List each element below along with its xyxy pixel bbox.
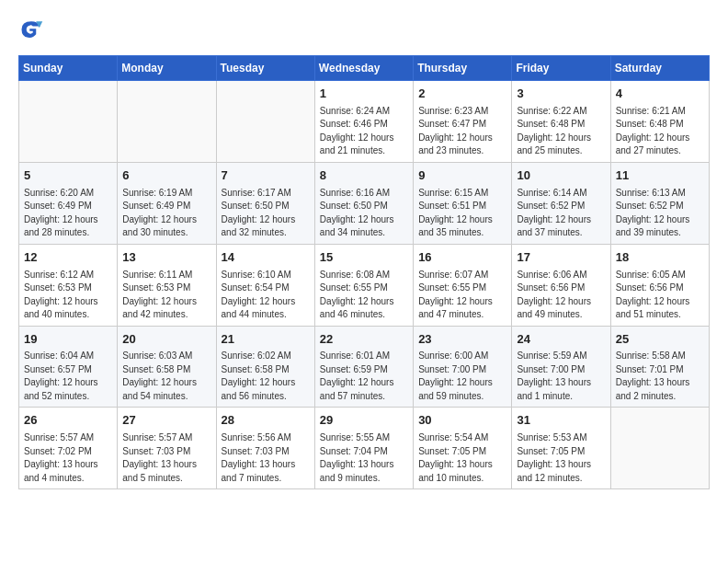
day-number: 10 <box>517 167 605 185</box>
weekday-header-thursday: Thursday <box>414 56 512 81</box>
calendar-cell: 19Sunrise: 6:04 AM Sunset: 6:57 PM Dayli… <box>19 326 118 408</box>
calendar-cell: 13Sunrise: 6:11 AM Sunset: 6:53 PM Dayli… <box>118 244 216 326</box>
calendar-week-1: 5Sunrise: 6:20 AM Sunset: 6:49 PM Daylig… <box>19 162 710 244</box>
day-number: 6 <box>122 167 210 185</box>
calendar-cell: 9Sunrise: 6:15 AM Sunset: 6:51 PM Daylig… <box>414 162 512 244</box>
day-number: 7 <box>222 167 310 185</box>
day-info: Sunrise: 6:12 AM Sunset: 6:53 PM Dayligh… <box>24 269 112 322</box>
calendar-cell <box>216 81 314 163</box>
calendar-cell: 8Sunrise: 6:16 AM Sunset: 6:50 PM Daylig… <box>314 162 413 244</box>
calendar-cell: 5Sunrise: 6:20 AM Sunset: 6:49 PM Daylig… <box>19 162 118 244</box>
day-number: 26 <box>24 412 112 430</box>
calendar-cell: 21Sunrise: 6:02 AM Sunset: 6:58 PM Dayli… <box>216 326 314 408</box>
calendar-week-4: 26Sunrise: 5:57 AM Sunset: 7:02 PM Dayli… <box>19 408 710 489</box>
calendar-week-0: 1Sunrise: 6:24 AM Sunset: 6:46 PM Daylig… <box>19 81 710 163</box>
logo <box>18 17 48 42</box>
calendar-cell: 17Sunrise: 6:06 AM Sunset: 6:56 PM Dayli… <box>512 244 610 326</box>
day-info: Sunrise: 5:55 AM Sunset: 7:04 PM Dayligh… <box>320 431 408 485</box>
day-info: Sunrise: 6:01 AM Sunset: 6:59 PM Dayligh… <box>320 350 408 403</box>
day-number: 8 <box>320 167 408 185</box>
day-number: 29 <box>320 412 408 430</box>
day-number: 28 <box>222 412 310 430</box>
day-info: Sunrise: 5:57 AM Sunset: 7:03 PM Dayligh… <box>122 431 210 485</box>
weekday-header-tuesday: Tuesday <box>216 56 314 81</box>
day-number: 19 <box>24 331 112 349</box>
calendar-cell: 26Sunrise: 5:57 AM Sunset: 7:02 PM Dayli… <box>19 408 118 489</box>
weekday-header-sunday: Sunday <box>19 56 118 81</box>
calendar-cell: 7Sunrise: 6:17 AM Sunset: 6:50 PM Daylig… <box>216 162 314 244</box>
day-number: 2 <box>418 86 506 103</box>
day-number: 12 <box>24 249 112 267</box>
day-number: 18 <box>616 249 704 267</box>
day-info: Sunrise: 6:08 AM Sunset: 6:55 PM Dayligh… <box>320 269 408 322</box>
day-number: 16 <box>418 249 506 267</box>
day-number: 23 <box>418 331 506 349</box>
day-info: Sunrise: 6:05 AM Sunset: 6:56 PM Dayligh… <box>616 269 704 322</box>
day-info: Sunrise: 6:07 AM Sunset: 6:55 PM Dayligh… <box>418 269 506 322</box>
day-number: 11 <box>616 167 704 185</box>
day-number: 15 <box>320 249 408 267</box>
calendar-week-3: 19Sunrise: 6:04 AM Sunset: 6:57 PM Dayli… <box>19 326 710 408</box>
day-info: Sunrise: 5:56 AM Sunset: 7:03 PM Dayligh… <box>222 431 310 485</box>
day-info: Sunrise: 6:10 AM Sunset: 6:54 PM Dayligh… <box>222 269 310 322</box>
calendar-cell: 6Sunrise: 6:19 AM Sunset: 6:49 PM Daylig… <box>118 162 216 244</box>
logo-icon <box>18 17 44 42</box>
day-number: 13 <box>122 249 210 267</box>
day-number: 1 <box>320 86 408 103</box>
weekday-header-monday: Monday <box>118 56 216 81</box>
day-info: Sunrise: 6:21 AM Sunset: 6:48 PM Dayligh… <box>616 105 704 158</box>
calendar-body: 1Sunrise: 6:24 AM Sunset: 6:46 PM Daylig… <box>19 81 710 489</box>
weekday-header-friday: Friday <box>512 56 610 81</box>
day-number: 22 <box>320 331 408 349</box>
calendar-cell: 24Sunrise: 5:59 AM Sunset: 7:00 PM Dayli… <box>512 326 610 408</box>
day-number: 25 <box>616 331 704 349</box>
day-number: 20 <box>122 331 210 349</box>
calendar-cell: 11Sunrise: 6:13 AM Sunset: 6:52 PM Dayli… <box>610 162 709 244</box>
day-info: Sunrise: 6:22 AM Sunset: 6:48 PM Dayligh… <box>517 105 605 158</box>
day-number: 27 <box>122 412 210 430</box>
day-info: Sunrise: 6:04 AM Sunset: 6:57 PM Dayligh… <box>24 350 112 403</box>
day-info: Sunrise: 6:00 AM Sunset: 7:00 PM Dayligh… <box>418 350 506 403</box>
calendar-cell: 3Sunrise: 6:22 AM Sunset: 6:48 PM Daylig… <box>512 81 610 163</box>
calendar-cell: 16Sunrise: 6:07 AM Sunset: 6:55 PM Dayli… <box>414 244 512 326</box>
calendar-cell: 2Sunrise: 6:23 AM Sunset: 6:47 PM Daylig… <box>414 81 512 163</box>
day-info: Sunrise: 6:23 AM Sunset: 6:47 PM Dayligh… <box>418 105 506 158</box>
calendar-cell: 31Sunrise: 5:53 AM Sunset: 7:05 PM Dayli… <box>512 408 610 489</box>
calendar-cell: 28Sunrise: 5:56 AM Sunset: 7:03 PM Dayli… <box>216 408 314 489</box>
day-number: 31 <box>517 412 605 430</box>
day-info: Sunrise: 5:54 AM Sunset: 7:05 PM Dayligh… <box>418 431 506 485</box>
day-info: Sunrise: 5:57 AM Sunset: 7:02 PM Dayligh… <box>24 431 112 485</box>
calendar-cell: 29Sunrise: 5:55 AM Sunset: 7:04 PM Dayli… <box>314 408 413 489</box>
day-info: Sunrise: 6:02 AM Sunset: 6:58 PM Dayligh… <box>222 350 310 403</box>
day-info: Sunrise: 5:59 AM Sunset: 7:00 PM Dayligh… <box>517 350 605 403</box>
weekday-header-row: SundayMondayTuesdayWednesdayThursdayFrid… <box>19 56 710 81</box>
calendar-cell: 1Sunrise: 6:24 AM Sunset: 6:46 PM Daylig… <box>314 81 413 163</box>
calendar-cell: 18Sunrise: 6:05 AM Sunset: 6:56 PM Dayli… <box>610 244 709 326</box>
calendar-cell: 27Sunrise: 5:57 AM Sunset: 7:03 PM Dayli… <box>118 408 216 489</box>
calendar-cell: 12Sunrise: 6:12 AM Sunset: 6:53 PM Dayli… <box>19 244 118 326</box>
day-info: Sunrise: 6:20 AM Sunset: 6:49 PM Dayligh… <box>24 187 112 240</box>
day-number: 17 <box>517 249 605 267</box>
calendar-header: SundayMondayTuesdayWednesdayThursdayFrid… <box>19 56 710 81</box>
day-number: 3 <box>517 86 605 103</box>
day-number: 5 <box>24 167 112 185</box>
day-number: 4 <box>616 86 704 103</box>
calendar-week-2: 12Sunrise: 6:12 AM Sunset: 6:53 PM Dayli… <box>19 244 710 326</box>
day-number: 30 <box>418 412 506 430</box>
calendar-table: SundayMondayTuesdayWednesdayThursdayFrid… <box>18 55 710 489</box>
day-number: 14 <box>222 249 310 267</box>
day-number: 21 <box>222 331 310 349</box>
calendar-cell: 15Sunrise: 6:08 AM Sunset: 6:55 PM Dayli… <box>314 244 413 326</box>
day-info: Sunrise: 6:03 AM Sunset: 6:58 PM Dayligh… <box>122 350 210 403</box>
day-info: Sunrise: 6:11 AM Sunset: 6:53 PM Dayligh… <box>122 269 210 322</box>
day-info: Sunrise: 6:13 AM Sunset: 6:52 PM Dayligh… <box>616 187 704 240</box>
day-info: Sunrise: 6:17 AM Sunset: 6:50 PM Dayligh… <box>222 187 310 240</box>
calendar-cell: 14Sunrise: 6:10 AM Sunset: 6:54 PM Dayli… <box>216 244 314 326</box>
weekday-header-wednesday: Wednesday <box>314 56 413 81</box>
page: SundayMondayTuesdayWednesdayThursdayFrid… <box>0 0 728 506</box>
calendar-cell: 22Sunrise: 6:01 AM Sunset: 6:59 PM Dayli… <box>314 326 413 408</box>
calendar-cell: 10Sunrise: 6:14 AM Sunset: 6:52 PM Dayli… <box>512 162 610 244</box>
day-info: Sunrise: 6:06 AM Sunset: 6:56 PM Dayligh… <box>517 269 605 322</box>
calendar-cell <box>118 81 216 163</box>
calendar-cell <box>610 408 709 489</box>
